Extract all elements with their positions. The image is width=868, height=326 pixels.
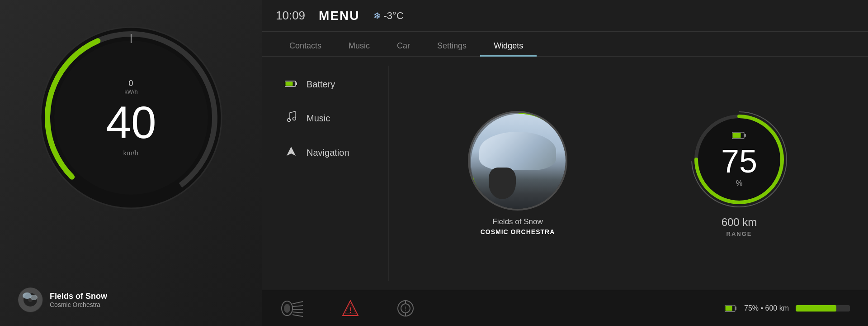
- svg-line-30: [292, 312, 303, 313]
- svg-rect-41: [735, 307, 736, 310]
- tab-settings[interactable]: Settings: [424, 37, 480, 57]
- menu-list: Battery Music: [262, 66, 389, 281]
- headlights-icon[interactable]: [280, 299, 305, 317]
- menu-item-music[interactable]: Music: [276, 103, 375, 134]
- tire-pressure-icon[interactable]: !: [396, 299, 416, 317]
- left-panel: 0 kW/h 40 km/h Fields of Snow Cosmic Orc…: [0, 0, 262, 326]
- header-menu-label[interactable]: MENU: [319, 9, 359, 23]
- speed-unit: km/h: [106, 149, 156, 157]
- battery-status-bar-bg: [796, 305, 850, 312]
- now-playing-track: Fields of Snow: [50, 292, 107, 301]
- svg-point-8: [23, 292, 32, 299]
- right-panel: 10:09 MENU ❄ -3°C Contacts Music Car Set…: [262, 0, 868, 326]
- svg-rect-11: [296, 82, 297, 85]
- now-playing-artist: Cosmic Orchestra: [50, 301, 107, 308]
- snowflake-icon: ❄: [373, 10, 381, 21]
- battery-status-bar: 75% • 600 km: [725, 304, 850, 312]
- music-info: Fields of Snow COSMIC ORCHESTRA: [481, 217, 555, 235]
- svg-rect-23: [744, 134, 746, 137]
- battery-range-label: RANGE: [722, 230, 757, 237]
- kwh-unit: kW/h: [106, 88, 156, 95]
- album-art-small: [18, 288, 43, 312]
- nav-tabs: Contacts Music Car Settings Widgets: [262, 32, 868, 57]
- navigation-icon: [285, 146, 297, 159]
- svg-line-31: [292, 315, 303, 316]
- tab-widgets[interactable]: Widgets: [480, 37, 537, 57]
- battery-widget: 75 % 600 km RANGE: [689, 110, 789, 237]
- header: 10:09 MENU ❄ -3°C: [262, 0, 868, 32]
- svg-rect-42: [726, 306, 732, 311]
- battery-info: 600 km RANGE: [722, 216, 757, 237]
- battery-pct-symbol: %: [721, 179, 757, 187]
- svg-rect-12: [286, 82, 293, 86]
- music-artist: COSMIC ORCHESTRA: [481, 228, 555, 235]
- kwh-value: 0: [106, 79, 156, 88]
- menu-item-battery[interactable]: Battery: [276, 70, 375, 98]
- menu-item-navigation-label: Navigation: [307, 148, 349, 158]
- header-weather: ❄ -3°C: [373, 10, 404, 22]
- svg-line-28: [292, 306, 303, 307]
- menu-item-navigation[interactable]: Navigation: [276, 138, 375, 167]
- music-icon: [285, 111, 297, 125]
- now-playing-bar: Fields of Snow Cosmic Orchestra: [9, 283, 253, 317]
- battery-circle: 75 %: [689, 110, 789, 209]
- battery-icon: [285, 78, 297, 90]
- bottom-bar: ! ! 75% • 6: [262, 290, 868, 326]
- tab-car[interactable]: Car: [383, 37, 424, 57]
- header-time: 10:09: [276, 9, 305, 23]
- main-content: Battery Music: [262, 57, 868, 290]
- svg-point-26: [284, 304, 290, 313]
- battery-range-value: 600 km: [722, 216, 757, 229]
- music-widget: Fields of Snow COSMIC ORCHESTRA: [468, 111, 567, 235]
- battery-icon-widget: [721, 131, 757, 141]
- battery-status-fill: [796, 305, 836, 312]
- snow-scene: [470, 113, 566, 209]
- svg-rect-24: [733, 133, 741, 138]
- svg-marker-15: [287, 147, 296, 156]
- speedometer: 0 kW/h 40 km/h: [36, 23, 226, 213]
- temperature: -3°C: [384, 10, 404, 22]
- speed-value: 40: [106, 100, 156, 145]
- svg-text:!: !: [405, 306, 406, 312]
- bottom-icons: ! !: [280, 299, 416, 317]
- svg-point-9: [30, 295, 38, 300]
- now-playing-info: Fields of Snow Cosmic Orchestra: [50, 292, 107, 308]
- hazard-icon[interactable]: !: [341, 299, 359, 317]
- menu-item-battery-label: Battery: [307, 79, 335, 90]
- menu-item-music-label: Music: [307, 113, 330, 124]
- widgets-area: Fields of Snow COSMIC ORCHESTRA: [389, 66, 868, 281]
- svg-text:!: !: [349, 307, 351, 314]
- battery-status-text: 75% • 600 km: [744, 304, 789, 312]
- music-track: Fields of Snow: [481, 217, 555, 226]
- album-circle: [468, 111, 567, 211]
- tab-contacts[interactable]: Contacts: [276, 37, 335, 57]
- battery-pct-value: 75: [721, 145, 757, 177]
- tab-music[interactable]: Music: [335, 37, 383, 57]
- svg-line-27: [292, 302, 303, 304]
- speed-display: 0 kW/h 40 km/h: [106, 79, 156, 157]
- battery-percentage-display: 75 %: [721, 131, 757, 187]
